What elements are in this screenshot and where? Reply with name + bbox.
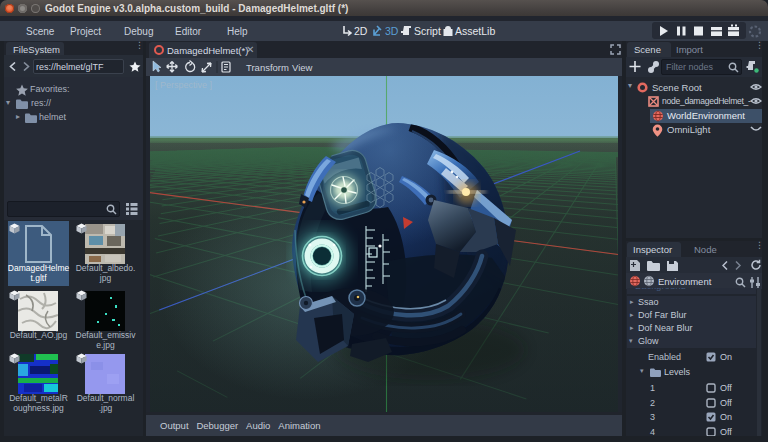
svg-text:[ Perspective ]: [ Perspective ] xyxy=(155,80,212,90)
